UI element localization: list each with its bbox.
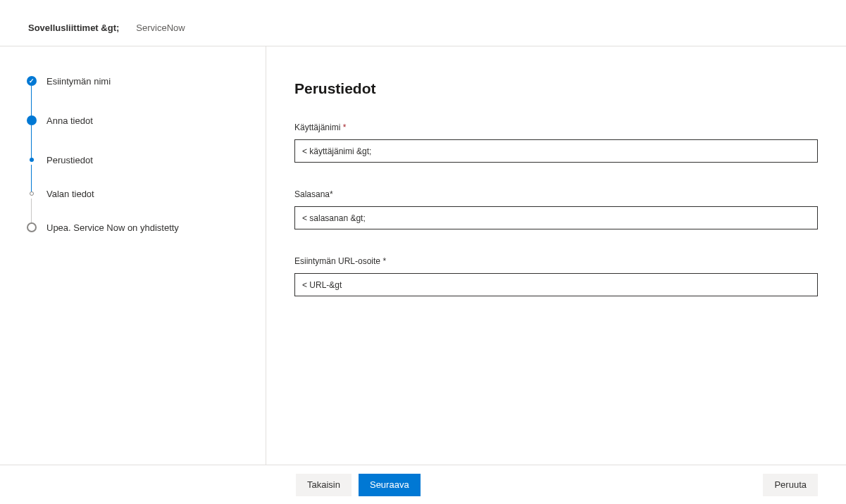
small-dot-icon bbox=[30, 158, 34, 162]
step-instance-name[interactable]: Esiintymän nimi bbox=[27, 76, 266, 115]
back-button[interactable]: Takaisin bbox=[296, 474, 352, 496]
footer-right-buttons: Peruuta bbox=[763, 474, 818, 496]
step-label: Upea. Service Now on yhdistetty bbox=[46, 222, 179, 233]
step-enter-details[interactable]: Anna tiedot bbox=[27, 115, 266, 155]
username-input[interactable] bbox=[294, 139, 818, 163]
dot-icon bbox=[27, 115, 37, 125]
instance-url-label: Esiintymän URL-osoite * bbox=[294, 256, 818, 266]
breadcrumb: Sovellusliittimet &gt; ServiceNow bbox=[0, 0, 846, 46]
step-label: Esiintymän nimi bbox=[46, 76, 111, 87]
page-title: Perustiedot bbox=[294, 80, 818, 97]
circle-icon bbox=[27, 222, 37, 232]
username-label: Käyttäjänimi * bbox=[294, 122, 818, 132]
password-input[interactable] bbox=[294, 206, 818, 229]
field-instance-url: Esiintymän URL-osoite * bbox=[294, 256, 818, 296]
password-label: Salasana* bbox=[294, 189, 818, 199]
step-label: Perustiedot bbox=[46, 155, 93, 165]
footer-left-buttons: Takaisin Seuraava bbox=[296, 474, 421, 496]
step-label: Anna tiedot bbox=[46, 115, 93, 126]
breadcrumb-current: ServiceNow bbox=[136, 23, 185, 33]
step-list: Esiintymän nimi Anna tiedot Perustiedot … bbox=[27, 76, 266, 233]
content-wrapper: Esiintymän nimi Anna tiedot Perustiedot … bbox=[0, 46, 846, 465]
required-indicator: * bbox=[343, 122, 347, 132]
instance-url-input[interactable] bbox=[294, 273, 818, 296]
next-button[interactable]: Seuraava bbox=[359, 474, 421, 496]
step-connected[interactable]: Upea. Service Now on yhdistetty bbox=[27, 222, 266, 233]
step-token-info[interactable]: Valan tiedot bbox=[27, 189, 266, 222]
step-basic-info[interactable]: Perustiedot bbox=[27, 155, 266, 189]
small-dot-icon bbox=[30, 191, 34, 196]
cancel-button[interactable]: Peruuta bbox=[763, 474, 818, 496]
wizard-steps-sidebar: Esiintymän nimi Anna tiedot Perustiedot … bbox=[0, 46, 266, 465]
main-content: Perustiedot Käyttäjänimi * Salasana* Esi… bbox=[266, 46, 846, 465]
label-text: Käyttäjänimi bbox=[294, 122, 340, 132]
breadcrumb-root[interactable]: Sovellusliittimet &gt; bbox=[28, 23, 119, 33]
field-username: Käyttäjänimi * bbox=[294, 122, 818, 163]
step-label: Valan tiedot bbox=[46, 189, 94, 199]
check-icon bbox=[27, 76, 37, 86]
wizard-footer: Takaisin Seuraava Peruuta bbox=[0, 465, 846, 504]
field-password: Salasana* bbox=[294, 189, 818, 229]
